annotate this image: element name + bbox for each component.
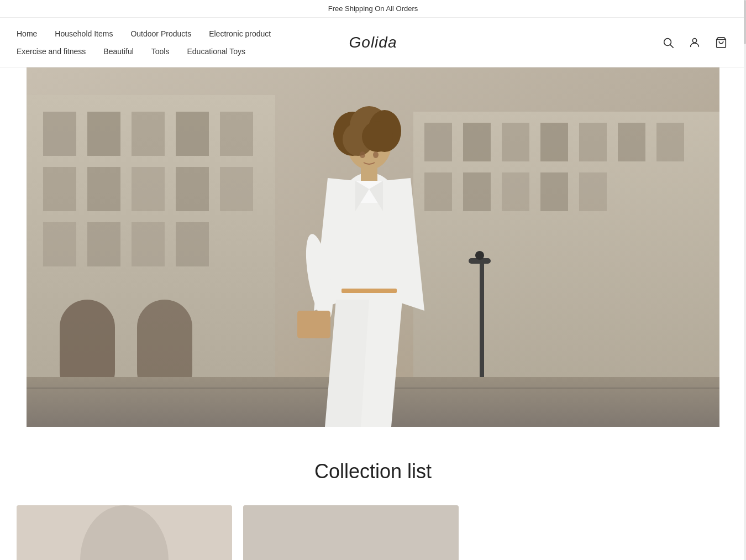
svg-rect-27 xyxy=(579,123,607,161)
collection-title: Collection list xyxy=(17,460,729,483)
svg-rect-17 xyxy=(87,222,120,266)
nav-link-educational-toys[interactable]: Educational Toys xyxy=(178,43,254,60)
scrollbar-thumb[interactable] xyxy=(744,0,746,44)
svg-point-39 xyxy=(475,251,484,260)
svg-rect-57 xyxy=(342,289,397,293)
svg-rect-26 xyxy=(540,123,568,161)
svg-rect-16 xyxy=(43,222,76,266)
svg-rect-18 xyxy=(132,222,165,266)
svg-rect-29 xyxy=(656,123,684,161)
svg-point-59 xyxy=(373,151,379,158)
svg-rect-6 xyxy=(43,112,76,156)
collection-card-image-2 xyxy=(243,505,459,560)
nav-icons xyxy=(660,34,729,51)
svg-rect-31 xyxy=(463,172,491,211)
svg-rect-25 xyxy=(502,123,529,161)
svg-point-46 xyxy=(362,121,393,152)
svg-rect-32 xyxy=(502,172,529,211)
account-button[interactable] xyxy=(686,34,703,51)
account-icon xyxy=(689,36,701,49)
nav-link-beautiful[interactable]: Beautiful xyxy=(94,43,142,60)
hero-image xyxy=(27,67,719,427)
collection-section: Collection list xyxy=(0,427,746,560)
nav-left: Home Household Items Outdoor Products El… xyxy=(17,25,660,60)
svg-rect-10 xyxy=(220,112,253,156)
svg-rect-33 xyxy=(540,172,568,211)
svg-rect-34 xyxy=(579,172,607,211)
navbar: Home Household Items Outdoor Products El… xyxy=(0,18,746,67)
svg-rect-14 xyxy=(176,167,209,211)
svg-rect-37 xyxy=(480,261,484,377)
svg-rect-19 xyxy=(176,222,209,266)
nav-row-1: Home Household Items Outdoor Products El… xyxy=(17,25,660,43)
svg-rect-62 xyxy=(243,505,459,560)
collection-grid xyxy=(17,505,729,560)
search-button[interactable] xyxy=(660,34,676,51)
nav-link-outdoor[interactable]: Outdoor Products xyxy=(122,25,200,43)
collection-card-2[interactable] xyxy=(243,505,459,560)
cart-icon xyxy=(715,36,727,49)
svg-rect-7 xyxy=(87,112,120,156)
announcement-bar: Free Shipping On All Orders xyxy=(0,0,746,18)
svg-rect-23 xyxy=(424,123,452,161)
svg-rect-12 xyxy=(87,167,120,211)
scrollbar[interactable] xyxy=(744,0,746,560)
collection-card-image-1 xyxy=(17,505,232,560)
svg-rect-9 xyxy=(176,112,209,156)
nav-row-2: Exercise and fitness Beautiful Tools Edu… xyxy=(17,43,660,60)
nav-link-home[interactable]: Home xyxy=(17,25,46,43)
nav-link-tools[interactable]: Tools xyxy=(143,43,178,60)
nav-link-household[interactable]: Household Items xyxy=(46,25,122,43)
hero-section xyxy=(27,67,719,427)
nav-link-exercise[interactable]: Exercise and fitness xyxy=(17,43,94,60)
announcement-text: Free Shipping On All Orders xyxy=(328,4,418,13)
svg-line-1 xyxy=(670,45,673,48)
nav-link-electronic[interactable]: Electronic product xyxy=(200,25,280,43)
svg-rect-47 xyxy=(361,164,377,181)
svg-rect-11 xyxy=(43,167,76,211)
cart-button[interactable] xyxy=(713,34,729,51)
svg-rect-8 xyxy=(132,112,165,156)
search-icon xyxy=(662,36,674,49)
collection-card-1[interactable] xyxy=(17,505,232,560)
site-logo[interactable]: Golida xyxy=(349,34,397,51)
svg-point-58 xyxy=(360,151,365,158)
svg-rect-13 xyxy=(132,167,165,211)
svg-rect-28 xyxy=(618,123,645,161)
svg-point-2 xyxy=(692,38,696,42)
svg-rect-15 xyxy=(220,167,253,211)
svg-rect-30 xyxy=(424,172,452,211)
svg-rect-24 xyxy=(463,123,491,161)
svg-rect-56 xyxy=(297,311,330,338)
